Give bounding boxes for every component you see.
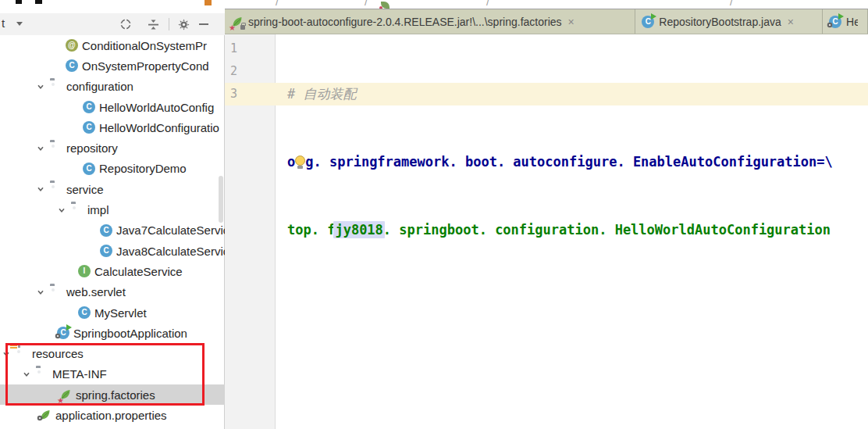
close-tab-icon[interactable]: × (786, 16, 795, 28)
annotation-icon: @ (66, 39, 78, 52)
tree-item-label: ConditionalOnSystemPr (82, 39, 207, 52)
project-tree: @ConditionalOnSystemPrCOnSystemPropertyC… (0, 35, 225, 426)
tree-item-helloworldconfiguratio[interactable]: CHelloWorldConfiguratio (0, 117, 225, 138)
project-view-selector[interactable]: t (2, 16, 5, 30)
package-folder-icon (50, 183, 62, 195)
tree-item-web-servlet[interactable]: web.servlet (0, 282, 225, 302)
tree-item-springbootapplication[interactable]: CSpringbootApplication (0, 323, 225, 343)
editor-tab-1[interactable]: ★spring-boot-autoconfigure-2.0.4.RELEASE… (225, 9, 635, 34)
tree-item-myservlet[interactable]: CMyServlet (0, 302, 225, 323)
tree-item-spring-factories[interactable]: ★spring.factories (0, 384, 225, 405)
editor-tab-3[interactable]: CHe (823, 9, 868, 34)
tree-item-label: HelloWorldConfiguratio (99, 121, 219, 134)
code-text: o (287, 154, 295, 170)
tree-item-repository[interactable]: repository (0, 138, 225, 158)
class-icon: C (66, 59, 78, 72)
tree-item-label: resources (32, 347, 84, 360)
breadcrumb-separator: / (730, 0, 733, 8)
tree-item-conditionalonsystempr[interactable]: @ConditionalOnSystemPr (0, 35, 225, 55)
tree-item-label: CalculateService (94, 265, 183, 278)
tree-item-label: OnSystemPropertyCond (82, 59, 209, 73)
chevron-down-icon[interactable] (57, 206, 66, 215)
code-line-property-value: top. fjy8018. springboot. configuration.… (287, 219, 833, 241)
tree-item-calculateservice[interactable]: ICalculateService (0, 261, 225, 281)
highlighted-identifier: jy8018 (333, 221, 384, 238)
cropped-breadcrumb-strip: / / / / (225, 0, 868, 9)
code-editor[interactable]: # 自动装配 og. springframework. boot. autoco… (287, 38, 833, 287)
chevron-down-icon[interactable] (36, 288, 45, 297)
package-folder-icon (50, 286, 62, 299)
scroll-from-source-icon[interactable] (117, 16, 134, 33)
tree-item-impl[interactable]: impl (0, 199, 225, 220)
chevron-down-icon[interactable] (36, 82, 45, 91)
tree-item-label: impl (87, 203, 109, 216)
tree-item-resources[interactable]: resources (0, 343, 225, 363)
class-icon: C (83, 163, 95, 175)
tree-item-label: MyServlet (94, 306, 147, 320)
tree-item-label: application.properties (55, 409, 167, 422)
breadcrumb-separator: / (365, 0, 368, 8)
class-icon: C (78, 306, 91, 319)
chevron-down-icon[interactable] (16, 22, 23, 26)
tree-item-label: web.servlet (66, 285, 126, 299)
class-icon: C (83, 101, 95, 113)
collapse-all-icon[interactable] (144, 16, 162, 33)
close-tab-icon[interactable]: × (567, 16, 576, 28)
interface-icon: I (78, 265, 91, 277)
springboot-class-icon: C (57, 327, 69, 339)
cropped-top-strip (0, 0, 225, 13)
spring-properties-icon (39, 409, 52, 421)
package-folder-icon (50, 142, 62, 155)
tree-item-application-properties[interactable]: application.properties (0, 405, 225, 425)
tree-item-label: spring.factories (76, 388, 155, 402)
line-number: 2 (230, 60, 276, 83)
tree-item-label: HelloWorldAutoConfig (99, 101, 214, 114)
tree-scrollbar[interactable] (219, 176, 223, 223)
chevron-down-icon[interactable] (2, 349, 11, 359)
tab-label: RepositoryBootstrap.java (659, 16, 781, 28)
hide-panel-icon[interactable] (195, 16, 212, 33)
breadcrumb-separator: / (486, 0, 489, 8)
spring-factories-icon: ★ (59, 388, 72, 401)
tree-item-label: configuration (66, 80, 133, 93)
code-text: top. f (287, 222, 335, 238)
chevron-down-icon[interactable] (36, 184, 45, 194)
tab-label: spring-boot-autoconfigure-2.0.4.RELEASE.… (248, 16, 562, 28)
chevron-down-icon[interactable] (36, 144, 45, 153)
tree-item-repositorydemo[interactable]: CRepositoryDemo (0, 159, 225, 179)
breadcrumb-separator: / (276, 0, 279, 8)
cropped-ui-fragment (205, 0, 212, 5)
tree-item-helloworldautoconfig[interactable]: CHelloWorldAutoConfig (0, 97, 225, 117)
chevron-down-icon[interactable] (22, 370, 31, 379)
code-line-comment: # 自动装配 (287, 83, 833, 105)
intention-bulb-icon[interactable] (295, 156, 305, 169)
tree-item-label: SpringbootApplication (73, 327, 187, 340)
code-text: g. springframework. boot. autoconfigure.… (305, 154, 833, 170)
tree-item-label: service (66, 183, 104, 196)
tree-item-java7calculateservic[interactable]: CJava7CalculateServic (0, 220, 225, 241)
line-numbers: 123 (225, 38, 276, 105)
tree-item-configuration[interactable]: configuration (0, 77, 225, 97)
package-folder-icon (71, 204, 84, 216)
code-line-property-key: og. springframework. boot. autoconfigure… (287, 151, 833, 173)
tree-item-label: Java7CalculateServic (116, 223, 225, 237)
project-panel-header: t (0, 13, 225, 35)
editor-tab-bar: ★spring-boot-autoconfigure-2.0.4.RELEASE… (225, 9, 868, 34)
tree-item-label: Java8CalculateServic (116, 245, 225, 258)
cropped-ui-fragment (16, 0, 22, 4)
springboot-class-icon: C (829, 16, 841, 28)
gear-icon[interactable] (175, 16, 192, 33)
tree-item-label: META-INF (52, 367, 107, 381)
tree-item-meta-inf[interactable]: META-INF (0, 364, 225, 384)
runnable-class-icon: C (642, 16, 654, 28)
class-icon: C (100, 224, 112, 237)
tree-item-onsystempropertycond[interactable]: COnSystemPropertyCond (0, 55, 225, 76)
tree-item-java8calculateservic[interactable]: CJava8CalculateServic (0, 241, 225, 261)
tree-item-service[interactable]: service (0, 179, 225, 199)
resources-folder-icon (16, 348, 28, 360)
editor-tab-2[interactable]: CRepositoryBootstrap.java× (635, 9, 823, 34)
tab-label: He (846, 16, 858, 28)
code-text: . springboot. configuration. HelloWorldA… (383, 222, 831, 238)
toolbar-divider (169, 18, 169, 30)
package-folder-icon (50, 80, 62, 93)
